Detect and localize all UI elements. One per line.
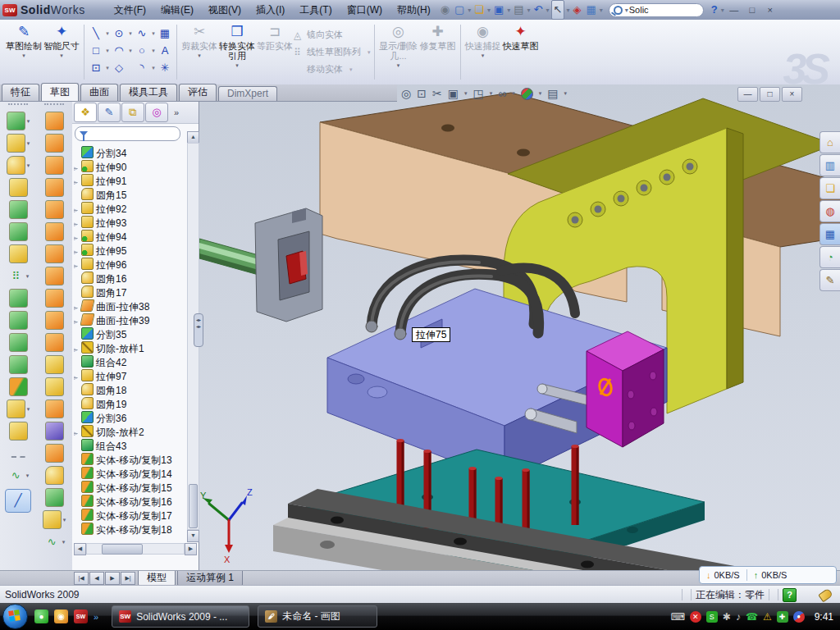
point-tool-icon[interactable]: ✳	[161, 62, 170, 74]
last-tab-button[interactable]: ▶|	[121, 572, 135, 585]
tree-item[interactable]: 组合43	[74, 439, 187, 453]
sync-blocked-icon[interactable]: ●	[793, 611, 805, 623]
rapid-sketch-button[interactable]: ✦ 快速草图	[502, 23, 540, 84]
sketch-fillet-icon[interactable]: ◝	[139, 62, 144, 74]
tree-item[interactable]: 分割34	[74, 146, 187, 160]
menu-tools[interactable]: 工具(T)	[292, 1, 339, 20]
ruled-surface-icon[interactable]	[45, 311, 64, 330]
tree-item[interactable]: 圆角18	[74, 383, 187, 397]
configuration-manager-tab-icon[interactable]: ⧉	[121, 103, 144, 122]
property-manager-tab-icon[interactable]: ✎	[98, 103, 121, 122]
motion-study-tab[interactable]: 运动算例 1	[177, 571, 243, 587]
scroll-up-button[interactable]: ▲	[187, 131, 199, 144]
tree-item[interactable]: 实体-移动/复制17	[74, 509, 187, 523]
extend-surface-icon[interactable]	[45, 377, 64, 396]
doc-restore-button[interactable]: □	[760, 87, 780, 102]
scroll-down-button[interactable]: ▼	[187, 530, 199, 542]
scroll-thumb[interactable]	[189, 484, 198, 528]
scroll-right-button[interactable]: ▶	[185, 543, 197, 555]
untrim-surface-icon[interactable]	[45, 422, 64, 441]
tree-item[interactable]: 实体-移动/复制15	[74, 481, 187, 495]
display-style-icon[interactable]: ◳	[472, 87, 483, 100]
instant3d-pressed-button[interactable]: ╱	[5, 489, 31, 513]
open-icon[interactable]: ❏	[472, 1, 486, 19]
solidworks-quick-icon[interactable]: SW	[74, 609, 88, 623]
swept-surface-icon[interactable]	[45, 156, 64, 175]
dropdown-arrow-icon[interactable]: ▾	[43, 51, 80, 61]
fillet-icon[interactable]	[7, 156, 25, 175]
menu-edit[interactable]: 编辑(E)	[153, 1, 201, 20]
mirror-icon[interactable]	[9, 289, 28, 308]
tree-item[interactable]: 切除-放样2	[74, 425, 187, 439]
graphics-viewport[interactable]: Y Z X ◎ ⊡ ✂ ▣▾ ◳▾ ∞▾ ▾ ▤▾ — □ × ⌂ ▥ ❏ ◍ …	[199, 84, 840, 570]
doc-close-button[interactable]: ×	[782, 87, 802, 102]
pattern-icon[interactable]: ⠿	[7, 267, 25, 285]
extrude-cut-icon[interactable]	[7, 134, 25, 153]
dimxpert-manager-tab-icon[interactable]: ◎	[145, 103, 168, 122]
rebuild-icon[interactable]: ◈	[570, 1, 583, 19]
view-orientation-icon[interactable]: ▣	[448, 87, 459, 100]
convert-entities-button[interactable]: ❒ 转换实体引用 ▾	[218, 23, 256, 84]
toolbox-icon[interactable]: ◍	[819, 200, 840, 222]
tree-filter-box[interactable]	[75, 126, 180, 141]
tree-item[interactable]: 拉伸91	[74, 174, 187, 188]
model-gray-clamp[interactable]	[255, 208, 322, 322]
tree-item[interactable]: 圆角16	[74, 272, 187, 285]
filled-surface-icon[interactable]	[45, 222, 64, 241]
save-icon[interactable]: ▣	[491, 1, 506, 19]
toolbar-grip[interactable]	[44, 103, 64, 108]
options-icon[interactable]: ▦	[583, 1, 598, 19]
extruded-surface-icon[interactable]	[45, 112, 64, 130]
split-icon[interactable]	[9, 333, 28, 352]
rectangle-tool-icon[interactable]: □	[93, 44, 99, 57]
tag-icon[interactable]	[818, 587, 833, 602]
restore-button[interactable]: □	[744, 4, 760, 16]
hole-wizard-icon[interactable]	[9, 244, 28, 263]
dome-icon[interactable]	[45, 488, 64, 507]
panel-splitter-handle[interactable]: ◂▸◂▸	[194, 313, 203, 347]
tree-item[interactable]: 拉伸94	[74, 230, 187, 244]
rib-icon[interactable]	[9, 200, 28, 219]
dropdown-arrow-icon[interactable]: ▾	[5, 51, 43, 61]
quick-launch-chevron-icon[interactable]: »	[94, 612, 98, 622]
model-canvas[interactable]: Y Z X	[199, 84, 840, 570]
security-alert-icon[interactable]: ✕	[690, 611, 701, 623]
tree-vertical-scrollbar[interactable]: ▲ ▼	[187, 131, 198, 612]
tree-item[interactable]: 实体-移动/复制14	[74, 467, 187, 481]
resources-icon[interactable]: ▥	[819, 154, 840, 176]
next-tab-button[interactable]: ▶	[105, 572, 120, 585]
phone-icon[interactable]: ☎	[746, 610, 758, 623]
network-warning-icon[interactable]: ⚠	[763, 610, 772, 623]
knit-surface-icon[interactable]	[45, 444, 64, 463]
tree-item[interactable]: 拉伸95	[74, 244, 187, 258]
appearances-icon[interactable]: ◔	[819, 246, 840, 268]
revolved-surface-icon[interactable]	[45, 134, 64, 153]
appearance-icon[interactable]	[521, 88, 533, 100]
tree-item[interactable]: 拉伸92	[74, 202, 187, 216]
search-box[interactable]: ▾ Solic	[609, 3, 704, 17]
custom-properties-icon[interactable]: ✎	[819, 269, 840, 291]
scene-icon[interactable]: ▤	[547, 87, 558, 100]
combine-icon[interactable]	[9, 311, 28, 330]
close-button[interactable]: ×	[762, 4, 778, 16]
home-icon[interactable]: ⌂	[819, 131, 840, 153]
tree-item[interactable]: 拉伸96	[74, 258, 187, 272]
delete-face-icon[interactable]	[45, 333, 64, 352]
chamfer-icon[interactable]	[9, 178, 28, 197]
menu-window[interactable]: 窗口(W)	[340, 1, 390, 20]
radiate-surface-icon[interactable]	[45, 289, 64, 308]
zoom-area-icon[interactable]: ⊡	[417, 87, 427, 100]
plane-icon[interactable]	[9, 422, 28, 441]
tab-evaluate[interactable]: 评估	[179, 84, 217, 101]
sketch-button[interactable]: ✎ 草图绘制 ▾	[5, 23, 43, 84]
slot-tool-icon[interactable]: ⊡	[92, 62, 101, 74]
scroll-thumb[interactable]	[102, 544, 143, 555]
intersect-icon[interactable]	[9, 355, 28, 374]
tree-item[interactable]: 实体-移动/复制16	[74, 495, 187, 509]
tree-item[interactable]: 分割35	[74, 327, 187, 341]
tree-item[interactable]: 圆角15	[74, 188, 187, 202]
tree-item[interactable]: 拉伸93	[74, 216, 187, 230]
smart-dimension-button[interactable]: ✦ 智能尺寸 ▾	[43, 23, 80, 84]
menu-view[interactable]: 视图(V)	[201, 1, 249, 20]
tree-item[interactable]: 切除-放样1	[74, 341, 187, 355]
